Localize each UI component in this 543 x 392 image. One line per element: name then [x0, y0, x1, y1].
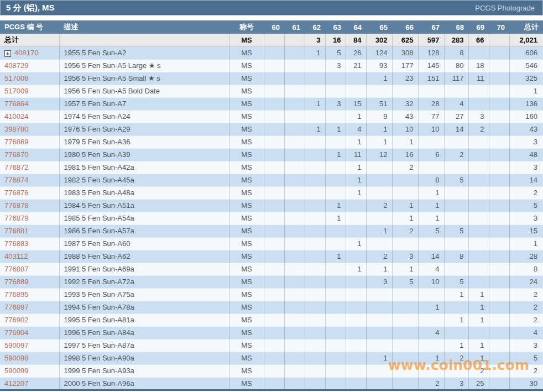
grade-62-cell [305, 110, 325, 123]
row-total-cell: 3 [509, 339, 543, 352]
grade-60-cell [264, 313, 284, 326]
grade-62-cell [305, 212, 325, 224]
pcgs-number-link[interactable]: 776869 [4, 138, 28, 146]
pcgs-number-link[interactable]: 590098 [4, 354, 28, 362]
pcgs-number-link[interactable]: 776874 [4, 176, 28, 184]
row-total-cell: 5 [509, 199, 543, 212]
pcgs-number-link[interactable]: 776864 [4, 100, 28, 108]
pcgs-number-link[interactable]: 517009 [4, 87, 28, 95]
totals-grade-67: 597 [418, 34, 444, 46]
grade-70-cell [489, 377, 509, 390]
grade-61-cell [284, 85, 305, 97]
pcgs-number-link[interactable]: 776904 [4, 328, 28, 337]
grade-69-cell: 1 [468, 339, 489, 352]
grade-65-cell [366, 237, 392, 250]
grade-68-cell: 2 [444, 352, 468, 364]
grade-66-cell [392, 237, 418, 250]
grade-64-cell [346, 72, 366, 85]
pcgs-number-link[interactable]: 403112 [4, 252, 28, 260]
grade-70-cell [489, 364, 509, 377]
pcgs-number-link[interactable]: 776895 [4, 290, 28, 299]
grade-66-cell: 308 [392, 46, 418, 59]
designation-cell: MS [229, 186, 264, 199]
pcgs-number-cell: 776879 [0, 212, 59, 224]
grade-70-cell [489, 326, 509, 339]
pcgs-number-link[interactable]: 776902 [4, 316, 28, 324]
grade-64-cell [346, 199, 366, 212]
pcgs-number-link[interactable]: 776889 [4, 278, 28, 286]
grade-65-cell: 2 [366, 250, 392, 263]
grade-69-cell: 1 [468, 352, 489, 364]
grade-62-cell [305, 377, 325, 390]
pcgs-number-link[interactable]: 776897 [4, 303, 28, 311]
grade-64-cell [346, 377, 366, 390]
pcgs-number-link[interactable]: 776881 [4, 227, 28, 235]
grade-65-cell [366, 301, 392, 313]
grade-67-cell: 151 [418, 72, 444, 85]
pcgs-number-link[interactable]: 776887 [4, 265, 28, 273]
grade-64-cell [346, 224, 366, 237]
grade-65-cell [366, 85, 392, 97]
grade-60-cell [264, 59, 284, 72]
pcgs-number-link[interactable]: 590097 [4, 341, 28, 349]
table-row: 7768701980 5 Fen Sun-A39MS11112166248 [0, 148, 543, 161]
grade-64-cell: 15 [346, 97, 366, 110]
designation-cell: MS [229, 123, 264, 135]
grade-70-cell [489, 46, 509, 59]
designation-cell: MS [229, 59, 264, 72]
pcgs-number-link[interactable]: 776872 [4, 163, 28, 171]
row-total-cell: 606 [509, 46, 543, 59]
grade-65-cell: 51 [366, 97, 392, 110]
pcgs-number-link[interactable]: 776870 [4, 150, 28, 159]
grade-66-cell: 1 [392, 212, 418, 224]
grade-65-cell: 12 [366, 148, 392, 161]
pcgs-number-link[interactable]: 408170 [14, 49, 38, 57]
grade-62-cell [305, 199, 325, 212]
grade-64-cell [346, 339, 366, 352]
pcgs-number-link[interactable]: 408729 [4, 61, 28, 70]
pcgs-number-link[interactable]: 776879 [4, 214, 28, 222]
row-total-cell: 8 [509, 263, 543, 275]
expand-plus-icon[interactable]: + [4, 50, 11, 57]
grade-66-cell: 1 [392, 263, 418, 275]
photograde-link[interactable]: PCGS Photograde [475, 4, 535, 12]
pcgs-number-link[interactable]: 776878 [4, 201, 28, 210]
grade-66-cell [392, 186, 418, 199]
pcgs-number-link[interactable]: 590099 [4, 367, 28, 375]
grade-67-cell: 4 [418, 263, 444, 275]
pcgs-number-cell: +408170 [0, 46, 59, 59]
title-bar: 5 分 (铝), MS PCGS Photograde [0, 0, 543, 15]
grade-65-cell: 124 [366, 46, 392, 59]
description-cell: 1993 5 Fen Sun-A75a [59, 288, 229, 301]
pcgs-number-link[interactable]: 776876 [4, 189, 28, 197]
pcgs-number-link[interactable]: 412207 [4, 379, 28, 388]
grade-61-cell [284, 186, 305, 199]
column-header-g65: 65 [366, 20, 392, 34]
pcgs-number-cell: 776870 [0, 148, 59, 161]
pcgs-number-link[interactable]: 517008 [4, 74, 28, 82]
table-row: 7768641957 5 Fen Sun-A7MS13155132284136 [0, 97, 543, 110]
pcgs-number-cell: 776864 [0, 97, 59, 110]
grade-64-cell [346, 313, 366, 326]
grade-63-cell [325, 161, 346, 174]
grade-63-cell [325, 377, 346, 390]
row-total-cell: 48 [509, 148, 543, 161]
description-cell: 1974 5 Fen Sun-A24 [59, 110, 229, 123]
grade-70-cell [489, 186, 509, 199]
pcgs-number-link[interactable]: 398780 [4, 125, 28, 133]
column-header-g68: 68 [444, 20, 468, 34]
grade-61-cell [284, 224, 305, 237]
column-header-desc: 描述 [59, 20, 229, 34]
grade-63-cell: 1 [325, 123, 346, 135]
row-total-cell: 2 [509, 186, 543, 199]
grade-67-cell: 1 [418, 352, 444, 364]
pcgs-number-link[interactable]: 776883 [4, 239, 28, 248]
table-row: 5900991999 5 Fen Sun-A93aMS22 [0, 364, 543, 377]
grade-67-cell: 10 [418, 123, 444, 135]
grade-63-cell: 3 [325, 59, 346, 72]
grade-67-cell [418, 85, 444, 97]
description-cell: 1982 5 Fen Sun-A45a [59, 174, 229, 186]
pcgs-number-link[interactable]: 410024 [4, 112, 28, 121]
designation-cell: MS [229, 377, 264, 390]
grade-62-cell: 1 [305, 97, 325, 110]
